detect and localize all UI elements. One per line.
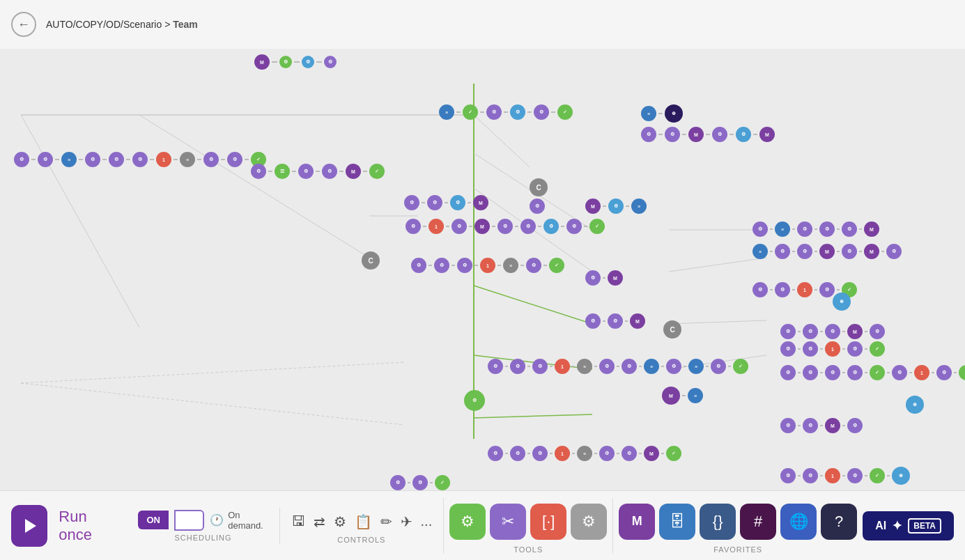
node[interactable]: M <box>819 244 835 259</box>
node[interactable]: ⚙ <box>842 221 857 237</box>
node[interactable]: ⚙ <box>298 164 314 179</box>
node[interactable]: M <box>474 219 490 234</box>
node[interactable]: ⚙ <box>847 341 863 357</box>
node[interactable]: ⚙ <box>936 365 952 380</box>
more-icon[interactable]: ... <box>421 513 433 529</box>
node[interactable]: ⚙ <box>109 152 124 167</box>
node[interactable]: ≡ <box>775 221 790 237</box>
node[interactable]: ⚙ <box>712 127 727 142</box>
node[interactable]: ≡ <box>577 359 592 374</box>
node[interactable]: ☰ <box>275 164 290 179</box>
node[interactable]: M <box>644 446 659 461</box>
node[interactable]: 1 <box>429 219 444 234</box>
node[interactable]: ✓ <box>463 104 478 120</box>
node[interactable]: ⚙ <box>324 56 337 68</box>
node[interactable]: ⚙ <box>780 418 796 433</box>
node[interactable]: ⚙ <box>510 446 525 461</box>
node[interactable]: ⚙ <box>599 359 615 374</box>
node[interactable]: ⚙ <box>510 359 525 374</box>
node[interactable]: ⚙ <box>411 258 426 273</box>
node[interactable]: ⚙ <box>752 221 768 237</box>
node[interactable]: ⚙ <box>530 199 545 214</box>
node[interactable]: ≡ <box>631 199 647 214</box>
node[interactable]: M <box>630 313 645 329</box>
node[interactable]: M <box>825 418 840 433</box>
node[interactable]: ≡ <box>503 258 518 273</box>
node[interactable]: ⚙ <box>752 282 768 297</box>
node[interactable]: ⚙ <box>227 152 242 167</box>
fav-m-button[interactable]: M <box>619 504 655 540</box>
node[interactable]: ≡ <box>688 359 704 374</box>
node[interactable]: ⚙ <box>775 244 790 259</box>
node[interactable]: ⚙ <box>434 258 449 273</box>
node[interactable]: ⚙ <box>780 341 796 357</box>
node[interactable]: ⚙ <box>803 365 818 380</box>
node[interactable]: ✓ <box>589 219 605 234</box>
node[interactable]: 1 <box>555 359 570 374</box>
node[interactable]: M <box>864 244 879 259</box>
node[interactable]: ≡ <box>641 106 656 121</box>
c-node-3[interactable]: C <box>663 320 681 339</box>
node[interactable]: 1 <box>480 258 495 273</box>
node[interactable]: M <box>662 387 680 405</box>
node[interactable]: M <box>585 199 601 214</box>
node[interactable]: ⚙ <box>886 244 902 259</box>
node[interactable]: ≡ <box>688 388 703 403</box>
node[interactable]: ⚙ <box>797 221 812 237</box>
run-once-button[interactable] <box>11 505 47 547</box>
node[interactable]: ⚙ <box>736 127 751 142</box>
node[interactable]: ⚙ <box>842 244 857 259</box>
node[interactable]: ⚙ <box>803 418 818 433</box>
node[interactable]: ⚙ <box>451 219 467 234</box>
node[interactable]: ⚙ <box>803 324 818 339</box>
node[interactable]: ⊕ <box>892 467 910 485</box>
node[interactable]: ≡ <box>61 152 77 167</box>
ai-beta-button[interactable]: AI ✦ BETA <box>863 511 954 540</box>
note-icon[interactable]: 📋 <box>355 513 372 530</box>
node[interactable]: ⚙ <box>608 199 624 214</box>
node[interactable]: ≡ <box>752 244 768 259</box>
node[interactable]: ⚙ <box>780 365 796 380</box>
node[interactable]: ⚙ <box>847 365 863 380</box>
save-icon[interactable]: 🖫 <box>291 513 305 529</box>
node[interactable]: M <box>688 127 704 142</box>
node[interactable]: ⚙ <box>488 359 503 374</box>
node[interactable]: ⚙ <box>457 258 472 273</box>
node[interactable]: 1 <box>825 468 840 483</box>
node[interactable]: ⚙ <box>322 164 337 179</box>
node[interactable]: ⚙ <box>390 475 406 490</box>
workflow-canvas[interactable]: M ⚙ ⚙ ⚙ ⚙ ⚙ ≡ ⚙ ⚙ ⚙ 1 ≡ ⚙ ⚙ ✓ ⚙ ☰ ⚙ <box>0 49 965 490</box>
globe-node[interactable]: ⊕ <box>833 293 851 311</box>
node[interactable]: ≡ <box>644 359 659 374</box>
node[interactable]: ⚙ <box>803 468 818 483</box>
fav-bracket-button[interactable]: {} <box>700 504 736 540</box>
node[interactable]: ⊕ <box>665 104 683 123</box>
node[interactable]: ≡ <box>577 446 592 461</box>
node[interactable]: ⚙ <box>892 365 907 380</box>
node[interactable]: ⚙ <box>797 244 812 259</box>
node[interactable]: ✓ <box>733 359 748 374</box>
node[interactable]: ⚙ <box>825 365 840 380</box>
node[interactable]: ⚙ <box>412 475 428 490</box>
node[interactable]: ✓ <box>870 468 885 483</box>
node[interactable]: ⚙ <box>585 313 601 329</box>
node[interactable]: ⚙ <box>85 152 100 167</box>
node[interactable]: ⚙ <box>406 219 421 234</box>
fav-db-button[interactable]: 🗄 <box>659 504 695 540</box>
node[interactable]: ⚙ <box>534 104 549 120</box>
node[interactable]: ⚙ <box>543 219 559 234</box>
node[interactable]: ✓ <box>666 446 681 461</box>
c-node-1[interactable]: C <box>362 251 380 270</box>
back-button[interactable]: ← <box>11 12 36 37</box>
node[interactable]: ✓ <box>959 365 965 380</box>
node[interactable]: ✓ <box>870 341 885 357</box>
node[interactable]: M <box>473 195 488 210</box>
on-toggle-button[interactable]: ON <box>138 511 169 529</box>
node[interactable]: ⚙ <box>14 152 29 167</box>
node[interactable]: ✓ <box>549 258 564 273</box>
tools-settings-button[interactable]: ⚙ <box>449 504 486 540</box>
node[interactable]: ⚙ <box>780 468 796 483</box>
tools-icon[interactable]: ✏ <box>380 513 392 530</box>
node[interactable]: ✓ <box>435 475 450 490</box>
node[interactable]: ⚙ <box>847 468 863 483</box>
